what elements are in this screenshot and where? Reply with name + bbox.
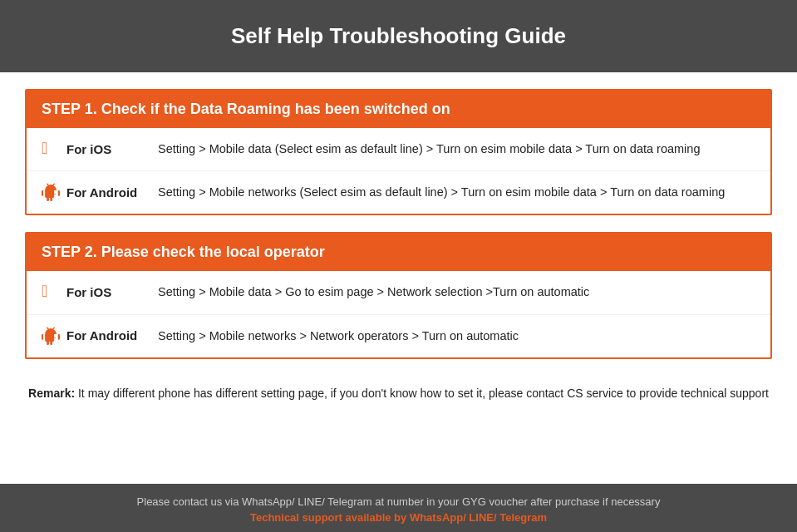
step2-android-description: Setting > Mobile networks > Network oper… (158, 327, 519, 346)
step2-ios-description: Setting > Mobile data > Go to esim page … (158, 283, 589, 302)
step2-title: STEP 2. Please check the local operator (42, 244, 755, 261)
step2-body:  For iOS Setting > Mobile data > Go to … (27, 271, 770, 357)
step1-ios-row:  For iOS Setting > Mobile data (Select … (27, 128, 770, 171)
step1-title: STEP 1. Check if the Data Roaming has be… (42, 101, 755, 118)
step1-block: STEP 1. Check if the Data Roaming has be… (25, 89, 772, 215)
step1-android-label: For Android (42, 183, 158, 201)
page-title: Self Help Troubleshooting Guide (17, 23, 780, 49)
step2-ios-row:  For iOS Setting > Mobile data > Go to … (27, 271, 770, 314)
step1-android-description: Setting > Mobile networks (Select esim a… (158, 183, 725, 202)
step2-android-row: For Android Setting > Mobile networks > … (27, 315, 770, 357)
android-icon-2 (42, 327, 60, 345)
step2-header: STEP 2. Please check the local operator (27, 234, 770, 271)
step1-ios-description: Setting > Mobile data (Select esim as de… (158, 140, 700, 159)
footer: Please contact us via WhatsApp/ LINE/ Te… (0, 484, 797, 532)
apple-icon:  (42, 140, 60, 158)
remark-section: Remark: It may different phone has diffe… (25, 376, 772, 419)
step2-android-label: For Android (42, 327, 158, 345)
main-content: STEP 1. Check if the Data Roaming has be… (0, 72, 797, 484)
remark-text: It may different phone has different set… (75, 387, 769, 400)
apple-icon-2:  (42, 283, 60, 301)
footer-main-text: Please contact us via WhatsApp/ LINE/ Te… (17, 495, 780, 508)
step1-ios-label:  For iOS (42, 140, 158, 158)
step1-android-row: For Android Setting > Mobile networks (S… (27, 171, 770, 214)
step1-header: STEP 1. Check if the Data Roaming has be… (27, 91, 770, 128)
page-header: Self Help Troubleshooting Guide (0, 0, 797, 72)
footer-support-text: Technical support available by WhatsApp/… (17, 511, 780, 524)
step2-block: STEP 2. Please check the local operator … (25, 232, 772, 358)
remark-label: Remark: (28, 387, 75, 400)
android-icon (42, 183, 60, 201)
step1-body:  For iOS Setting > Mobile data (Select … (27, 128, 770, 214)
step2-ios-label:  For iOS (42, 283, 158, 301)
